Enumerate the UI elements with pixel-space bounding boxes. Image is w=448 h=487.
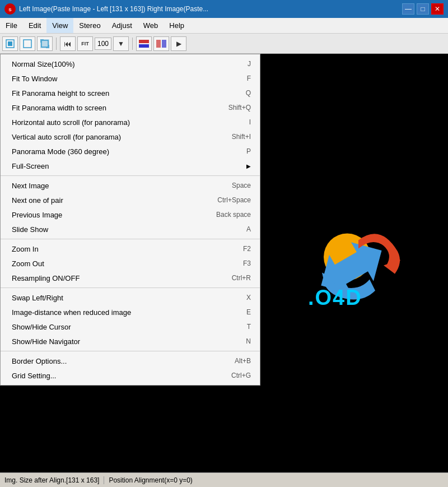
toolbar-sep-2	[132, 38, 133, 50]
menu-normal-size-label: Normal Size(100%)	[12, 60, 75, 68]
menu-zoom-in-shortcut: F2	[243, 245, 251, 253]
menu-image-distance-shortcut: E	[246, 308, 251, 316]
menu-border-options-shortcut: Alt+B	[235, 357, 251, 365]
menu-next-image-shortcut: Space	[232, 182, 251, 189]
menu-bar: File Edit View Stereo Adjust Web Help	[0, 18, 448, 34]
toolbar-view-mode-3[interactable]: ▶	[171, 36, 186, 51]
menu-border-options-label: Border Options...	[12, 357, 67, 365]
menu-fit-window-label: Fit To Window	[12, 75, 57, 83]
toolbar-btn-3[interactable]	[37, 36, 53, 51]
menu-normal-size[interactable]: Normal Size(100%) J	[1, 57, 260, 71]
menu-resampling-label: Resampling ON/OFF	[12, 274, 80, 282]
toolbar-fit[interactable]: FIT	[77, 36, 93, 51]
svg-rect-11	[139, 40, 149, 43]
menu-vert-scroll[interactable]: Vertical auto scroll (for panorama) Shif…	[1, 129, 260, 144]
menu-fit-window-shortcut: F	[247, 75, 251, 82]
menu-panorama-mode[interactable]: Panorama Mode (360 degree) P	[1, 144, 260, 159]
menu-image-distance-label: Image-distance when reduced image	[12, 308, 131, 317]
menu-show-hide-cursor-shortcut: T	[247, 323, 251, 331]
menu-fit-panorama-height-label: Fit Panorama height to screen	[12, 89, 109, 98]
menu-show-hide-navigator-label: Show/Hide Navigator	[12, 337, 80, 346]
menu-zoom-out-shortcut: F3	[243, 259, 251, 267]
view-menu-section-2: Next Image Space Next one of pair Ctrl+S…	[1, 176, 260, 239]
menu-fit-panorama-width-shortcut: Shift+Q	[228, 104, 251, 112]
app-icon: S	[4, 3, 16, 15]
image-area: .O4D Normal Size(100%) J Fit To Window F…	[0, 54, 448, 472]
menu-resampling-shortcut: Ctrl+R	[232, 274, 251, 282]
menu-fit-panorama-height-shortcut: Q	[246, 89, 251, 97]
menu-grid-setting-label: Grid Setting...	[12, 372, 56, 380]
menu-vert-scroll-label: Vertical auto scroll (for panorama)	[12, 133, 121, 141]
menu-horiz-scroll-label: Horizontal auto scroll (for panorama)	[12, 118, 130, 127]
menu-show-hide-cursor-label: Show/Hide Cursor	[12, 323, 71, 331]
menu-horiz-scroll-shortcut: I	[249, 118, 251, 126]
close-button[interactable]: ✕	[431, 3, 444, 15]
menu-border-options[interactable]: Border Options... Alt+B	[1, 354, 260, 368]
menu-panorama-mode-shortcut: P	[246, 147, 251, 155]
status-left: Img. Size after Align.[131 x 163]	[0, 476, 104, 484]
menu-image-distance[interactable]: Image-distance when reduced image E	[1, 305, 260, 319]
window-title: Left Image(Paste Image - Left [131 x 163…	[19, 5, 208, 13]
toolbar-btn-1[interactable]	[2, 36, 18, 51]
menu-fit-panorama-width[interactable]: Fit Panorama width to screen Shift+Q	[1, 100, 260, 115]
menu-slide-show-shortcut: A	[246, 225, 251, 233]
title-bar-left: S Left Image(Paste Image - Left [131 x 1…	[4, 3, 208, 15]
svg-rect-12	[139, 44, 149, 48]
menu-adjust[interactable]: Adjust	[106, 18, 138, 33]
menu-slide-show[interactable]: Slide Show A	[1, 222, 260, 236]
menu-normal-size-shortcut: J	[248, 60, 251, 68]
menu-zoom-out-label: Zoom Out	[12, 259, 44, 268]
menu-view[interactable]: View	[46, 18, 73, 33]
menu-horiz-scroll[interactable]: Horizontal auto scroll (for panorama) I	[1, 115, 260, 129]
menu-swap-lr-label: Swap Left/Right	[12, 294, 63, 302]
menu-show-hide-navigator[interactable]: Show/Hide Navigator N	[1, 334, 260, 349]
menu-fit-window[interactable]: Fit To Window F	[1, 71, 260, 86]
toolbar-zoom-dropdown[interactable]: ▼	[113, 36, 129, 51]
menu-help[interactable]: Help	[164, 18, 190, 33]
menu-zoom-in[interactable]: Zoom In F2	[1, 242, 260, 256]
menu-fit-panorama-width-label: Fit Panorama width to screen	[12, 104, 106, 112]
menu-web[interactable]: Web	[138, 18, 164, 33]
menu-full-screen[interactable]: Full-Screen ▶	[1, 159, 260, 173]
toolbar-btn-2[interactable]	[20, 36, 35, 51]
view-menu-section-4: Swap Left/Right X Image-distance when re…	[1, 288, 260, 351]
view-menu-section-1: Normal Size(100%) J Fit To Window F Fit …	[1, 54, 260, 176]
svg-rect-4	[24, 40, 31, 48]
menu-next-pair-label: Next one of pair	[12, 196, 63, 205]
logo-overlay: .O4D	[291, 217, 414, 309]
title-bar: S Left Image(Paste Image - Left [131 x 1…	[0, 0, 448, 18]
menu-grid-setting[interactable]: Grid Setting... Ctrl+G	[1, 368, 260, 383]
menu-swap-lr-shortcut: X	[246, 294, 251, 302]
svg-text:.O4D: .O4D	[308, 285, 362, 307]
menu-panorama-mode-label: Panorama Mode (360 degree)	[12, 147, 109, 156]
status-right: Position Alignment(x=0 y=0)	[104, 476, 197, 484]
menu-swap-lr[interactable]: Swap Left/Right X	[1, 290, 260, 305]
svg-rect-3	[8, 41, 12, 46]
menu-next-pair-shortcut: Ctrl+Space	[217, 196, 251, 204]
menu-full-screen-arrow: ▶	[246, 163, 251, 169]
main-content: .O4D Normal Size(100%) J Fit To Window F…	[0, 54, 448, 472]
menu-fit-panorama-height[interactable]: Fit Panorama height to screen Q	[1, 86, 260, 100]
toolbar-view-mode-2[interactable]	[153, 36, 169, 51]
menu-zoom-in-label: Zoom In	[12, 245, 39, 253]
menu-resampling[interactable]: Resampling ON/OFF Ctrl+R	[1, 271, 260, 285]
svg-rect-13	[156, 40, 161, 48]
toolbar-view-mode-1[interactable]	[136, 36, 152, 51]
toolbar-rewind[interactable]: ⏮	[60, 36, 76, 51]
menu-next-image-label: Next Image	[12, 182, 49, 190]
title-controls: — □ ✕	[402, 3, 444, 15]
menu-stereo[interactable]: Stereo	[73, 18, 106, 33]
menu-zoom-out[interactable]: Zoom Out F3	[1, 256, 260, 271]
menu-previous-image[interactable]: Previous Image Back space	[1, 207, 260, 222]
minimize-button[interactable]: —	[402, 3, 414, 15]
maximize-button[interactable]: □	[417, 3, 429, 15]
menu-previous-image-label: Previous Image	[12, 211, 62, 219]
toolbar: ⏮ FIT 100 ▼ ▶	[0, 34, 448, 54]
menu-next-pair[interactable]: Next one of pair Ctrl+Space	[1, 193, 260, 207]
menu-next-image[interactable]: Next Image Space	[1, 178, 260, 193]
view-dropdown-menu: Normal Size(100%) J Fit To Window F Fit …	[0, 54, 260, 386]
menu-show-hide-cursor[interactable]: Show/Hide Cursor T	[1, 319, 260, 334]
menu-vert-scroll-shortcut: Shift+I	[232, 133, 251, 141]
menu-file[interactable]: File	[0, 18, 23, 33]
menu-edit[interactable]: Edit	[23, 18, 46, 33]
